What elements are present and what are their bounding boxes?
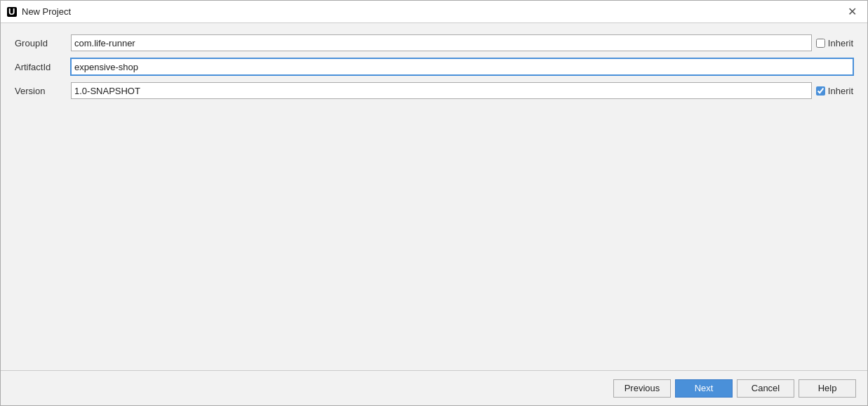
version-inherit-wrap: Inherit: [816, 86, 853, 96]
artifact-id-input[interactable]: [71, 58, 853, 75]
artifact-id-label: ArtifactId: [15, 62, 71, 72]
dialog-title: New Project: [22, 6, 842, 17]
content-spacer: [15, 106, 853, 359]
version-label: Version: [15, 86, 71, 96]
title-bar: U New Project ✕: [1, 1, 867, 23]
version-inherit-label: Inherit: [828, 86, 853, 96]
previous-button[interactable]: Previous: [613, 379, 671, 398]
svg-text:U: U: [8, 6, 15, 17]
next-button[interactable]: Next: [675, 379, 733, 398]
group-id-inherit-wrap: Inherit: [816, 38, 853, 48]
version-input-wrap: Inherit: [71, 82, 853, 99]
artifact-id-input-wrap: [71, 58, 853, 75]
group-id-input[interactable]: [71, 34, 812, 51]
dialog-icon: U: [6, 6, 18, 18]
version-input[interactable]: [71, 82, 812, 99]
group-id-row: GroupId Inherit: [15, 34, 853, 51]
artifact-id-row: ArtifactId: [15, 58, 853, 75]
cancel-button[interactable]: Cancel: [737, 379, 794, 398]
version-inherit-checkbox[interactable]: [816, 86, 825, 96]
group-id-label: GroupId: [15, 38, 71, 48]
version-row: Version Inherit: [15, 82, 853, 99]
footer: Previous Next Cancel Help: [1, 370, 867, 405]
group-id-inherit-checkbox[interactable]: [816, 39, 825, 48]
form-content: GroupId Inherit ArtifactId Version: [1, 23, 867, 370]
help-button[interactable]: Help: [799, 379, 856, 398]
close-button[interactable]: ✕: [842, 2, 862, 22]
new-project-dialog: U New Project ✕ GroupId Inherit Artifact…: [0, 0, 868, 406]
group-id-input-wrap: Inherit: [71, 34, 853, 51]
group-id-inherit-label: Inherit: [828, 38, 853, 48]
